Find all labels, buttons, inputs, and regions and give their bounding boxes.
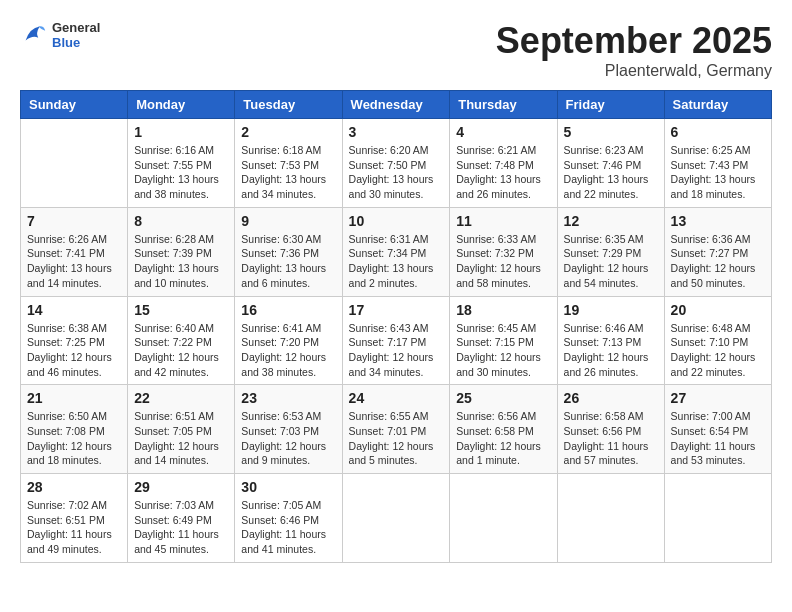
day-number: 3 <box>349 124 444 140</box>
calendar-cell: 5Sunrise: 6:23 AM Sunset: 7:46 PM Daylig… <box>557 119 664 208</box>
day-number: 19 <box>564 302 658 318</box>
day-info: Sunrise: 6:41 AM Sunset: 7:20 PM Dayligh… <box>241 321 335 380</box>
title-block: September 2025 Plaenterwald, Germany <box>496 20 772 80</box>
day-info: Sunrise: 6:45 AM Sunset: 7:15 PM Dayligh… <box>456 321 550 380</box>
day-info: Sunrise: 6:16 AM Sunset: 7:55 PM Dayligh… <box>134 143 228 202</box>
day-number: 14 <box>27 302 121 318</box>
day-info: Sunrise: 7:00 AM Sunset: 6:54 PM Dayligh… <box>671 409 765 468</box>
calendar-cell <box>557 474 664 563</box>
day-info: Sunrise: 6:55 AM Sunset: 7:01 PM Dayligh… <box>349 409 444 468</box>
day-info: Sunrise: 6:53 AM Sunset: 7:03 PM Dayligh… <box>241 409 335 468</box>
day-number: 9 <box>241 213 335 229</box>
calendar-cell: 27Sunrise: 7:00 AM Sunset: 6:54 PM Dayli… <box>664 385 771 474</box>
calendar-cell: 20Sunrise: 6:48 AM Sunset: 7:10 PM Dayli… <box>664 296 771 385</box>
calendar-cell <box>342 474 450 563</box>
calendar-cell <box>450 474 557 563</box>
calendar-cell: 11Sunrise: 6:33 AM Sunset: 7:32 PM Dayli… <box>450 207 557 296</box>
calendar-cell: 26Sunrise: 6:58 AM Sunset: 6:56 PM Dayli… <box>557 385 664 474</box>
calendar-cell: 24Sunrise: 6:55 AM Sunset: 7:01 PM Dayli… <box>342 385 450 474</box>
calendar-cell: 28Sunrise: 7:02 AM Sunset: 6:51 PM Dayli… <box>21 474 128 563</box>
day-number: 30 <box>241 479 335 495</box>
calendar-cell: 1Sunrise: 6:16 AM Sunset: 7:55 PM Daylig… <box>128 119 235 208</box>
weekday-header: Friday <box>557 91 664 119</box>
weekday-header: Wednesday <box>342 91 450 119</box>
day-info: Sunrise: 6:26 AM Sunset: 7:41 PM Dayligh… <box>27 232 121 291</box>
day-info: Sunrise: 6:30 AM Sunset: 7:36 PM Dayligh… <box>241 232 335 291</box>
day-number: 7 <box>27 213 121 229</box>
weekday-header: Tuesday <box>235 91 342 119</box>
day-info: Sunrise: 6:20 AM Sunset: 7:50 PM Dayligh… <box>349 143 444 202</box>
day-number: 24 <box>349 390 444 406</box>
day-info: Sunrise: 6:25 AM Sunset: 7:43 PM Dayligh… <box>671 143 765 202</box>
weekday-header: Thursday <box>450 91 557 119</box>
day-info: Sunrise: 6:58 AM Sunset: 6:56 PM Dayligh… <box>564 409 658 468</box>
calendar-week-row: 7Sunrise: 6:26 AM Sunset: 7:41 PM Daylig… <box>21 207 772 296</box>
day-info: Sunrise: 6:31 AM Sunset: 7:34 PM Dayligh… <box>349 232 444 291</box>
calendar-cell: 8Sunrise: 6:28 AM Sunset: 7:39 PM Daylig… <box>128 207 235 296</box>
logo-blue: Blue <box>52 35 100 50</box>
day-info: Sunrise: 6:28 AM Sunset: 7:39 PM Dayligh… <box>134 232 228 291</box>
calendar-cell: 2Sunrise: 6:18 AM Sunset: 7:53 PM Daylig… <box>235 119 342 208</box>
calendar-cell: 12Sunrise: 6:35 AM Sunset: 7:29 PM Dayli… <box>557 207 664 296</box>
month-title: September 2025 <box>496 20 772 62</box>
calendar-cell: 4Sunrise: 6:21 AM Sunset: 7:48 PM Daylig… <box>450 119 557 208</box>
calendar-week-row: 28Sunrise: 7:02 AM Sunset: 6:51 PM Dayli… <box>21 474 772 563</box>
day-number: 15 <box>134 302 228 318</box>
calendar-week-row: 21Sunrise: 6:50 AM Sunset: 7:08 PM Dayli… <box>21 385 772 474</box>
calendar-table: SundayMondayTuesdayWednesdayThursdayFrid… <box>20 90 772 563</box>
day-number: 13 <box>671 213 765 229</box>
day-info: Sunrise: 6:38 AM Sunset: 7:25 PM Dayligh… <box>27 321 121 380</box>
day-number: 21 <box>27 390 121 406</box>
day-number: 6 <box>671 124 765 140</box>
day-number: 10 <box>349 213 444 229</box>
logo-general: General <box>52 20 100 35</box>
page-header: General Blue September 2025 Plaenterwald… <box>20 20 772 80</box>
day-info: Sunrise: 7:05 AM Sunset: 6:46 PM Dayligh… <box>241 498 335 557</box>
calendar-cell: 13Sunrise: 6:36 AM Sunset: 7:27 PM Dayli… <box>664 207 771 296</box>
day-number: 16 <box>241 302 335 318</box>
calendar-cell: 18Sunrise: 6:45 AM Sunset: 7:15 PM Dayli… <box>450 296 557 385</box>
calendar-cell: 3Sunrise: 6:20 AM Sunset: 7:50 PM Daylig… <box>342 119 450 208</box>
day-number: 11 <box>456 213 550 229</box>
day-info: Sunrise: 6:21 AM Sunset: 7:48 PM Dayligh… <box>456 143 550 202</box>
weekday-header: Sunday <box>21 91 128 119</box>
calendar-cell: 30Sunrise: 7:05 AM Sunset: 6:46 PM Dayli… <box>235 474 342 563</box>
day-number: 27 <box>671 390 765 406</box>
logo-bird-icon <box>20 21 48 49</box>
day-number: 5 <box>564 124 658 140</box>
day-info: Sunrise: 6:23 AM Sunset: 7:46 PM Dayligh… <box>564 143 658 202</box>
weekday-header: Monday <box>128 91 235 119</box>
day-number: 25 <box>456 390 550 406</box>
day-number: 2 <box>241 124 335 140</box>
day-number: 17 <box>349 302 444 318</box>
day-number: 8 <box>134 213 228 229</box>
calendar-week-row: 14Sunrise: 6:38 AM Sunset: 7:25 PM Dayli… <box>21 296 772 385</box>
day-info: Sunrise: 6:56 AM Sunset: 6:58 PM Dayligh… <box>456 409 550 468</box>
day-info: Sunrise: 6:51 AM Sunset: 7:05 PM Dayligh… <box>134 409 228 468</box>
calendar-week-row: 1Sunrise: 6:16 AM Sunset: 7:55 PM Daylig… <box>21 119 772 208</box>
calendar-cell: 10Sunrise: 6:31 AM Sunset: 7:34 PM Dayli… <box>342 207 450 296</box>
day-number: 4 <box>456 124 550 140</box>
day-info: Sunrise: 6:48 AM Sunset: 7:10 PM Dayligh… <box>671 321 765 380</box>
calendar-cell: 22Sunrise: 6:51 AM Sunset: 7:05 PM Dayli… <box>128 385 235 474</box>
day-info: Sunrise: 6:36 AM Sunset: 7:27 PM Dayligh… <box>671 232 765 291</box>
day-number: 12 <box>564 213 658 229</box>
day-number: 26 <box>564 390 658 406</box>
day-info: Sunrise: 7:03 AM Sunset: 6:49 PM Dayligh… <box>134 498 228 557</box>
calendar-cell <box>664 474 771 563</box>
weekday-header: Saturday <box>664 91 771 119</box>
calendar-cell: 6Sunrise: 6:25 AM Sunset: 7:43 PM Daylig… <box>664 119 771 208</box>
calendar-cell: 14Sunrise: 6:38 AM Sunset: 7:25 PM Dayli… <box>21 296 128 385</box>
day-number: 20 <box>671 302 765 318</box>
day-number: 18 <box>456 302 550 318</box>
calendar-cell <box>21 119 128 208</box>
logo-text: General Blue <box>52 20 100 50</box>
calendar-cell: 7Sunrise: 6:26 AM Sunset: 7:41 PM Daylig… <box>21 207 128 296</box>
day-info: Sunrise: 6:50 AM Sunset: 7:08 PM Dayligh… <box>27 409 121 468</box>
day-info: Sunrise: 6:43 AM Sunset: 7:17 PM Dayligh… <box>349 321 444 380</box>
calendar-cell: 15Sunrise: 6:40 AM Sunset: 7:22 PM Dayli… <box>128 296 235 385</box>
day-number: 23 <box>241 390 335 406</box>
calendar-cell: 29Sunrise: 7:03 AM Sunset: 6:49 PM Dayli… <box>128 474 235 563</box>
calendar-cell: 17Sunrise: 6:43 AM Sunset: 7:17 PM Dayli… <box>342 296 450 385</box>
calendar-cell: 16Sunrise: 6:41 AM Sunset: 7:20 PM Dayli… <box>235 296 342 385</box>
